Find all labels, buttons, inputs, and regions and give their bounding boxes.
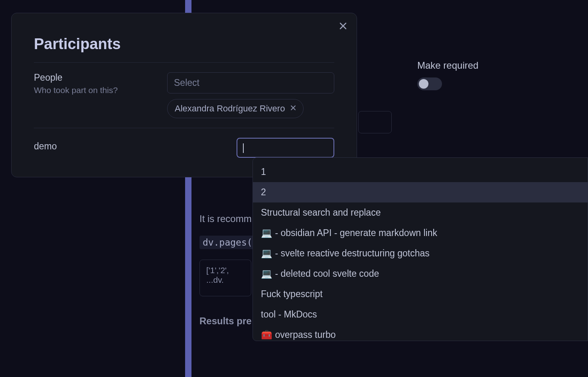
text-cursor xyxy=(243,143,244,153)
suggestion-dropdown: 1 2 Structural search and replace 💻 - ob… xyxy=(253,157,588,341)
people-sublabel: Who took part on this? xyxy=(34,85,167,95)
participant-chip: Alexandra Rodríguez Rivero xyxy=(167,99,304,118)
toggle-knob xyxy=(419,79,428,89)
dropdown-item[interactable]: Fuck typescript xyxy=(253,284,588,304)
people-label: People xyxy=(34,72,167,83)
make-required-toggle[interactable] xyxy=(417,77,442,90)
demo-input[interactable] xyxy=(237,138,334,158)
dropdown-item[interactable]: 💻 - deleted cool svelte code xyxy=(253,264,588,284)
dropdown-item[interactable]: 💻 - svelte reactive destructuring gotcha… xyxy=(253,243,588,264)
x-icon xyxy=(290,105,296,111)
code-snippet: dv.pages( xyxy=(199,236,256,249)
dropdown-item[interactable]: 1 xyxy=(253,162,588,182)
recommend-text: It is recomm xyxy=(199,213,252,224)
chip-row: Alexandra Rodríguez Rivero xyxy=(167,99,334,118)
modal-title: Participants xyxy=(34,13,334,63)
dropdown-item[interactable]: 💻 - obsidian API - generate markdown lin… xyxy=(253,223,588,243)
dropdown-item[interactable]: Structural search and replace xyxy=(253,202,588,223)
people-row: People Who took part on this? Select Ale… xyxy=(34,63,334,128)
dropdown-item[interactable]: 2 xyxy=(253,182,588,202)
make-required-label: Make required xyxy=(417,60,478,71)
participants-modal: Participants People Who took part on thi… xyxy=(11,13,357,177)
chip-label: Alexandra Rodríguez Rivero xyxy=(175,103,285,114)
dropdown-item[interactable]: tool - MkDocs xyxy=(253,304,588,325)
close-icon xyxy=(339,22,347,30)
people-select[interactable]: Select xyxy=(167,72,334,93)
demo-label: demo xyxy=(34,138,167,152)
background-box xyxy=(358,111,392,133)
results-label: Results pre xyxy=(199,315,252,327)
code-box: ['1','2', ...dv. xyxy=(199,260,251,296)
dropdown-item[interactable]: 🧰 overpass turbo xyxy=(253,325,588,341)
chip-remove-button[interactable] xyxy=(290,105,296,112)
close-button[interactable] xyxy=(338,21,348,31)
